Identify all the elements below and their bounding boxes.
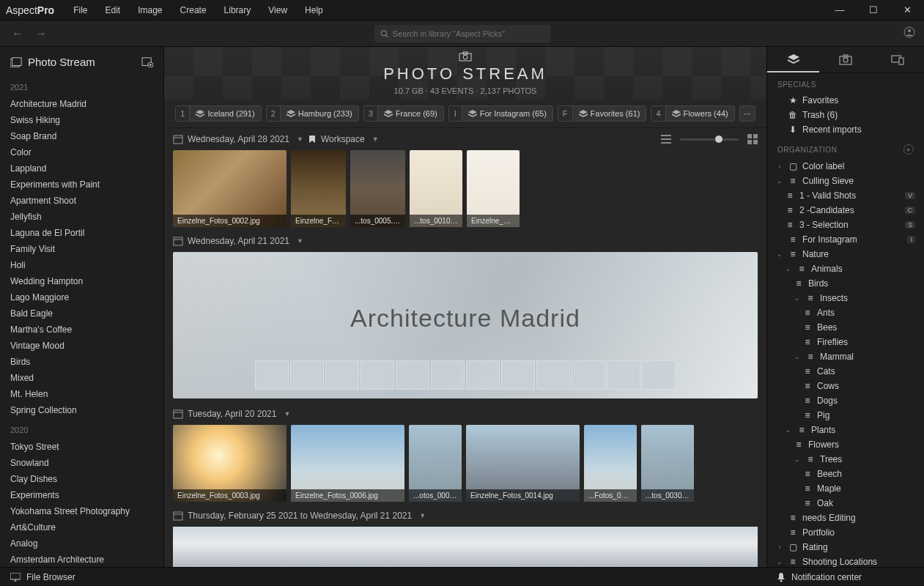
workspace-selector[interactable]: Workspace▼ [308, 134, 379, 144]
photo-thumbnail[interactable]: Einzelne_Fotos_0003.jpg [173, 425, 287, 502]
tab-devices[interactable] [872, 47, 924, 73]
menu-file[interactable]: File [66, 2, 95, 18]
photo-thumbnail[interactable]: Einzelne_Fotos_0014.jpg [466, 425, 580, 502]
more-chips-button[interactable]: ··· [739, 105, 755, 122]
event-item[interactable]: Amsterdam Architecture [10, 552, 153, 567]
tree-item-dogs[interactable]: ≡Dogs [773, 393, 918, 408]
tree-item-insects[interactable]: ⌄≡Insects [773, 291, 918, 305]
tree-item-bees[interactable]: ≡Bees [773, 320, 918, 335]
photo-thumbnail[interactable]: Einzelne_Fotos_0012.jpg [467, 150, 520, 227]
event-item[interactable]: Family Visit [10, 241, 153, 257]
tree-item-oak[interactable]: ≡Oak [773, 496, 918, 511]
tree-item-mammal[interactable]: ⌄≡Mammal [773, 349, 918, 364]
tree-item-valid-shots[interactable]: ≡1 - Valid ShotsV [773, 188, 918, 203]
mini-thumb[interactable] [572, 360, 605, 390]
mini-thumb[interactable] [642, 360, 676, 390]
tree-item-animals[interactable]: ⌄≡Animals [773, 262, 918, 276]
close-button[interactable]: ✕ [896, 4, 918, 15]
event-item[interactable]: Martha's Coffee [10, 322, 153, 338]
tree-item-recent-imports[interactable]: ›⬇Recent imports [773, 122, 918, 137]
tree-item-nature[interactable]: ⌄≡Nature [773, 247, 918, 262]
event-item[interactable]: Lago Maggiore [10, 289, 153, 305]
photo-thumbnail[interactable]: ...tos_0030.jpg [641, 425, 694, 502]
tree-item-fireflies[interactable]: ≡Fireflies [773, 335, 918, 349]
mini-thumb[interactable] [431, 360, 465, 390]
event-item[interactable]: Jellyfish [10, 209, 153, 225]
event-banner-partial[interactable] [173, 527, 758, 567]
tree-item-trash[interactable]: ›🗑Trash (6) [773, 108, 918, 122]
photo-thumbnail[interactable]: ...tos_0005.jpg [350, 150, 405, 227]
event-item[interactable]: Snowland [10, 455, 153, 471]
mini-thumb[interactable] [396, 360, 429, 390]
menu-view[interactable]: View [261, 2, 295, 18]
date-label[interactable]: Tuesday, April 20 2021 [188, 409, 276, 419]
menu-create[interactable]: Create [173, 2, 214, 18]
tree-item-trees[interactable]: ⌄≡Trees [773, 452, 918, 467]
tree-item-for-instagram[interactable]: ›≡For InstagramI [773, 232, 918, 247]
event-item[interactable]: Soap Brand [10, 128, 153, 144]
nav-forward-button[interactable]: → [32, 26, 50, 42]
tree-item-ants[interactable]: ≡Ants [773, 305, 918, 320]
tree-item-color-label[interactable]: ›▢Color label [773, 159, 918, 174]
tree-item-cows[interactable]: ≡Cows [773, 379, 918, 393]
menu-help[interactable]: Help [297, 2, 330, 18]
add-event-icon[interactable] [141, 57, 153, 67]
search-box[interactable] [374, 25, 550, 42]
grid-view-icon[interactable] [747, 134, 758, 144]
photo-thumbnail[interactable]: Einzelne_Fotos_0006.jpg [291, 425, 404, 502]
event-item[interactable]: Vintage Mood [10, 338, 153, 354]
mini-thumb[interactable] [536, 360, 570, 390]
photo-thumbnail[interactable]: Einzelne_Fotos_0002.jpg [173, 150, 287, 227]
menu-edit[interactable]: Edit [98, 2, 128, 18]
tab-camera[interactable] [819, 47, 871, 73]
menu-image[interactable]: Image [130, 2, 169, 18]
event-item[interactable]: Analog [10, 535, 153, 552]
event-item[interactable]: Art&Culture [10, 519, 153, 535]
filter-chip[interactable]: 2Hamburg (233) [266, 105, 359, 122]
menu-library[interactable]: Library [217, 2, 259, 18]
event-item[interactable]: Mt. Helen [10, 386, 153, 402]
mini-thumb[interactable] [325, 360, 359, 390]
mini-thumb[interactable] [290, 360, 324, 390]
tree-item-flowers[interactable]: ≡Flowers [773, 437, 918, 452]
tree-item-birds[interactable]: ≡Birds [773, 276, 918, 291]
tree-item-beech[interactable]: ≡Beech [773, 467, 918, 481]
tree-item-needs-editing[interactable]: ›≡needs Editing [773, 511, 918, 525]
filter-chip[interactable]: 1Iceland (291) [175, 105, 261, 122]
search-input[interactable] [393, 29, 544, 38]
tree-item-favorites[interactable]: ›★Favorites [773, 93, 918, 108]
event-item[interactable]: Wedding Hampton [10, 273, 153, 289]
event-banner[interactable]: Architecture Madrid [173, 252, 758, 398]
tree-item-portfolio[interactable]: ›≡Portfolio [773, 525, 918, 540]
event-item[interactable]: Bald Eagle [10, 305, 153, 322]
tree-item-selection[interactable]: ≡3 - SelectionS [773, 218, 918, 232]
event-item[interactable]: Holi [10, 257, 153, 273]
filter-chip[interactable]: 3France (69) [363, 105, 444, 122]
photo-thumbnail[interactable]: ...otos_0007.jpg [409, 425, 462, 502]
add-organization-button[interactable]: + [903, 144, 914, 155]
tree-item-pig[interactable]: ≡Pig [773, 408, 918, 423]
event-item[interactable]: Experiments with Paint [10, 177, 153, 193]
user-avatar-icon[interactable] [903, 26, 915, 40]
filter-chip[interactable]: FFavorites (61) [558, 105, 647, 122]
tree-item-shooting-locations[interactable]: ⌄≡Shooting Locations [773, 555, 918, 567]
tree-item-maple[interactable]: ≡Maple [773, 481, 918, 496]
tree-item-candidates[interactable]: ≡2 -CandidatesC [773, 203, 918, 218]
mini-thumb[interactable] [501, 360, 535, 390]
event-item[interactable]: Swiss Hiking [10, 112, 153, 128]
event-item[interactable]: Architecture Madrid [10, 96, 153, 112]
nav-back-button[interactable]: ← [9, 26, 26, 42]
zoom-slider[interactable] [680, 138, 739, 141]
event-item[interactable]: Birds [10, 354, 153, 370]
event-item[interactable]: Spring Collection [10, 402, 153, 418]
mini-thumb[interactable] [361, 360, 394, 390]
date-label[interactable]: Wednesday, April 28 2021 [188, 134, 289, 144]
filter-chip[interactable]: IFor Instagram (65) [448, 105, 553, 122]
event-item[interactable]: Apartment Shoot [10, 193, 153, 209]
event-item[interactable]: Yokohama Street Photography [10, 503, 153, 519]
maximize-button[interactable]: ☐ [862, 4, 884, 15]
event-item[interactable]: Lappland [10, 160, 153, 177]
photo-thumbnail[interactable]: ...Fotos_0015.jpg [584, 425, 637, 502]
notification-center-button[interactable]: Notification center [766, 572, 924, 582]
mini-thumb[interactable] [255, 360, 289, 390]
